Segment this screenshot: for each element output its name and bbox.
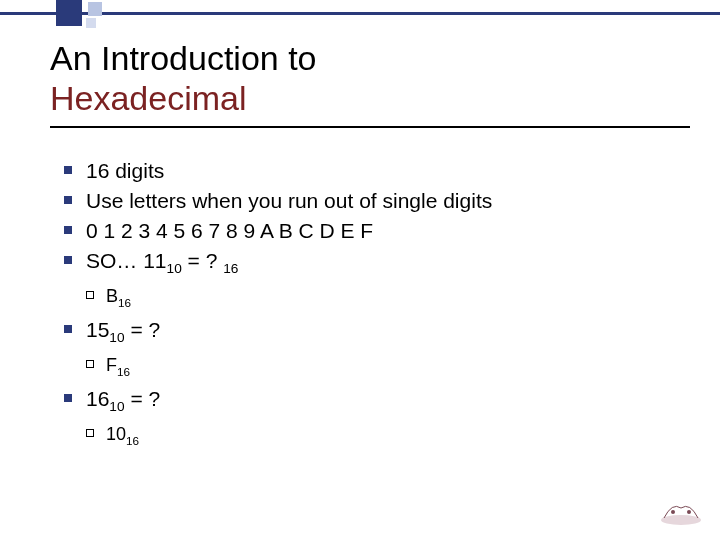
bullet-item: Use letters when you run out of single d…: [64, 186, 690, 216]
slide-title: An Introduction to Hexadecimal: [50, 38, 690, 128]
answer-value: 10: [106, 424, 126, 444]
sub-bullet-item: 1016: [86, 422, 690, 453]
bullet-outline-square-icon: [86, 353, 106, 368]
bullet-square-icon: [64, 216, 86, 234]
mid-text: = ?: [182, 249, 223, 272]
mid-text: = ?: [125, 318, 161, 341]
slide-body: 16 digits Use letters when you run out o…: [64, 156, 690, 452]
bullet-square-icon: [64, 186, 86, 204]
title-line-1: An Introduction to: [50, 38, 690, 78]
sub-bullet-text: F16: [106, 353, 690, 384]
bullet-text: 1610 = ?: [86, 384, 690, 422]
bullet-square-icon: [64, 315, 86, 333]
bullet-text: Use letters when you run out of single d…: [86, 186, 690, 216]
svg-point-1: [671, 510, 675, 514]
answer-value: B: [106, 286, 118, 306]
bullet-text: SO… 1110 = ? 16: [86, 246, 690, 284]
prefix-text: SO…: [86, 249, 143, 272]
value-text: 11: [143, 249, 166, 272]
subscript: 16: [126, 433, 139, 446]
bullet-item: 16 digits: [64, 156, 690, 186]
bullet-item: 0 1 2 3 4 5 6 7 8 9 A B C D E F: [64, 216, 690, 246]
svg-point-0: [661, 515, 701, 525]
subscript: 16: [223, 261, 238, 276]
sub-bullet-text: 1016: [106, 422, 690, 453]
subscript: 10: [109, 399, 124, 414]
bullet-square-icon: [64, 156, 86, 174]
bullet-outline-square-icon: [86, 284, 106, 299]
bullet-square-icon: [64, 384, 86, 402]
subscript: 16: [118, 296, 131, 309]
sub-bullet-text: B16: [106, 284, 690, 315]
bullet-item: 1610 = ?: [64, 384, 690, 422]
subscript: 10: [167, 261, 182, 276]
value-text: 15: [86, 318, 109, 341]
mid-text: = ?: [125, 387, 161, 410]
bullet-item: SO… 1110 = ? 16: [64, 246, 690, 284]
header-decoration: [0, 0, 720, 24]
value-text: 16: [86, 387, 109, 410]
corner-cartoon-icon: [658, 498, 704, 526]
bullet-square-icon: [64, 246, 86, 264]
bullet-item: 1510 = ?: [64, 315, 690, 353]
sub-bullet-item: F16: [86, 353, 690, 384]
title-line-2: Hexadecimal: [50, 78, 690, 118]
sub-bullet-item: B16: [86, 284, 690, 315]
bullet-text: 0 1 2 3 4 5 6 7 8 9 A B C D E F: [86, 216, 690, 246]
answer-value: F: [106, 355, 117, 375]
bullet-text: 16 digits: [86, 156, 690, 186]
bullet-outline-square-icon: [86, 422, 106, 437]
bullet-text: 1510 = ?: [86, 315, 690, 353]
subscript: 16: [117, 365, 130, 378]
subscript: 10: [109, 330, 124, 345]
svg-point-2: [687, 510, 691, 514]
